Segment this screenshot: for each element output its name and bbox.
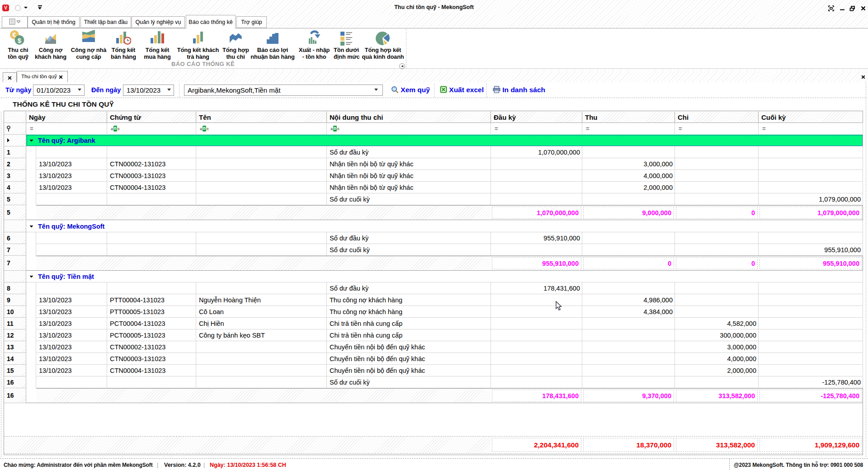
svg-text:$: $ xyxy=(18,37,22,44)
